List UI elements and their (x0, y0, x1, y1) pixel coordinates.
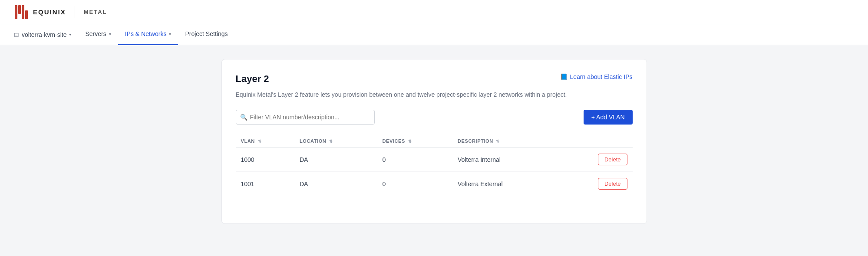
equinix-logo-icon (14, 4, 30, 20)
learn-link-label: Learn about Elastic IPs (570, 73, 633, 80)
book-icon: 📘 (560, 73, 568, 80)
header: EQUINIX METAL (0, 0, 868, 24)
col-location: LOCATION ⇅ (294, 135, 377, 148)
nav-item-project-settings[interactable]: Project Settings (178, 24, 234, 45)
cell-action-0: Delete (557, 148, 632, 172)
svg-rect-1 (18, 5, 21, 14)
nav-item-servers-label: Servers (85, 30, 106, 37)
devices-sort-icon[interactable]: ⇅ (408, 139, 412, 144)
cell-action-1: Delete (557, 172, 632, 196)
filter-row: 🔍 + Add VLAN (236, 110, 633, 125)
logo-divider (75, 6, 75, 18)
nav-project-chevron: ▾ (69, 32, 71, 37)
location-sort-icon[interactable]: ⇅ (329, 139, 333, 144)
learn-elastic-ips-link[interactable]: 📘 Learn about Elastic IPs (560, 73, 633, 80)
svg-rect-0 (15, 5, 17, 19)
delete-button-1[interactable]: Delete (598, 178, 627, 190)
description-sort-icon[interactable]: ⇅ (496, 139, 500, 144)
card-description: Equinix Metal's Layer 2 feature lets you… (236, 90, 633, 99)
svg-rect-3 (25, 10, 28, 19)
cell-description-1: Volterra External (452, 172, 557, 196)
table-body: 1000 DA 0 Volterra Internal Delete 1001 … (236, 148, 633, 196)
table-row: 1001 DA 0 Volterra External Delete (236, 172, 633, 196)
vlan-table: VLAN ⇅ LOCATION ⇅ DEVICES ⇅ DESCRIPTION … (236, 135, 633, 196)
nav-bar: ⊟ volterra-kvm-site ▾ Servers ▾ IPs & Ne… (0, 24, 868, 45)
col-description: DESCRIPTION ⇅ (452, 135, 632, 148)
filter-input-wrap: 🔍 (236, 110, 375, 125)
table-header-row: VLAN ⇅ LOCATION ⇅ DEVICES ⇅ DESCRIPTION … (236, 135, 633, 148)
table-row: 1000 DA 0 Volterra Internal Delete (236, 148, 633, 172)
cell-devices-0: 0 (377, 148, 452, 172)
cell-location-1: DA (294, 172, 377, 196)
layer2-card: Layer 2 📘 Learn about Elastic IPs Equini… (221, 59, 647, 224)
folder-icon: ⊟ (14, 31, 19, 38)
nav-project-selector[interactable]: ⊟ volterra-kvm-site ▾ (14, 31, 78, 38)
nav-project-name: volterra-kvm-site (22, 31, 66, 38)
cell-vlan-0: 1000 (236, 148, 294, 172)
table-header: VLAN ⇅ LOCATION ⇅ DEVICES ⇅ DESCRIPTION … (236, 135, 633, 148)
add-vlan-button[interactable]: + Add VLAN (584, 110, 633, 125)
svg-rect-2 (22, 5, 24, 19)
cell-location-0: DA (294, 148, 377, 172)
col-vlan: VLAN ⇅ (236, 135, 294, 148)
nav-item-project-settings-label: Project Settings (185, 30, 228, 37)
card-title: Layer 2 (236, 73, 269, 85)
cell-vlan-1: 1001 (236, 172, 294, 196)
logo-brand: EQUINIX (33, 8, 66, 16)
vlan-sort-icon[interactable]: ⇅ (258, 139, 262, 144)
nav-item-servers[interactable]: Servers ▾ (78, 24, 118, 45)
col-devices: DEVICES ⇅ (377, 135, 452, 148)
main-content: Layer 2 📘 Learn about Elastic IPs Equini… (0, 45, 868, 238)
cell-devices-1: 0 (377, 172, 452, 196)
card-header: Layer 2 📘 Learn about Elastic IPs (236, 73, 633, 85)
nav-item-ips-label: IPs & Networks (125, 30, 167, 37)
vlan-filter-input[interactable] (236, 110, 375, 125)
nav-item-ips-networks[interactable]: IPs & Networks ▾ (118, 24, 178, 45)
servers-chevron-icon: ▾ (109, 32, 111, 36)
delete-button-0[interactable]: Delete (598, 154, 627, 165)
search-icon: 🔍 (240, 114, 248, 121)
cell-description-0: Volterra Internal (452, 148, 557, 172)
logo-sub: METAL (84, 9, 107, 15)
logo: EQUINIX METAL (14, 4, 107, 20)
ips-networks-chevron-icon: ▾ (169, 32, 171, 36)
